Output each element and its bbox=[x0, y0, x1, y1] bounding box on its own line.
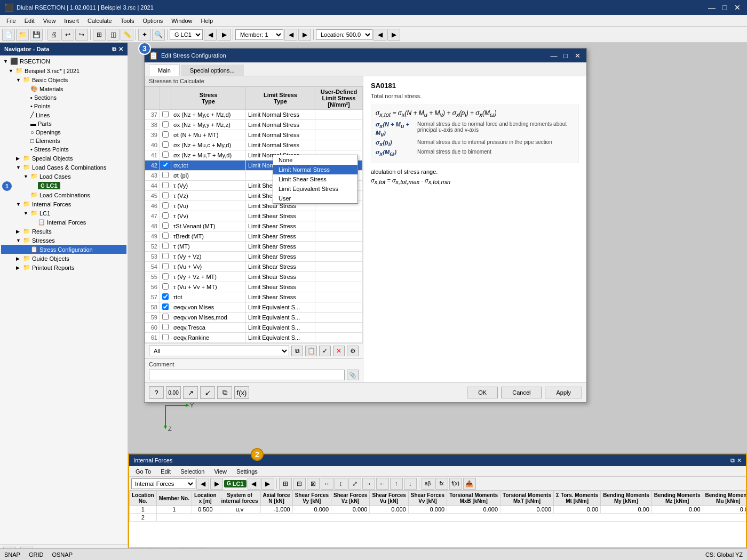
snap-btn[interactable]: ◫ bbox=[107, 29, 120, 41]
paste-btn[interactable]: 📋 bbox=[305, 346, 317, 356]
apply-button[interactable]: Apply bbox=[545, 387, 582, 398]
member-combo[interactable]: Member: 1 bbox=[235, 29, 283, 40]
nav-stress-config[interactable]: 📋 Stress Configuration bbox=[1, 245, 126, 254]
print-btn[interactable]: 🖨 bbox=[47, 29, 60, 41]
menu-view[interactable]: View bbox=[39, 17, 60, 25]
filter-combo[interactable]: All bbox=[149, 346, 289, 356]
delete-btn[interactable]: ✕ bbox=[333, 346, 345, 356]
prev-loc-btn[interactable]: ◀ bbox=[374, 29, 386, 41]
if-lc-next[interactable]: ▶ bbox=[261, 478, 274, 490]
tab-main[interactable]: Main bbox=[149, 65, 180, 76]
cell-check[interactable] bbox=[160, 191, 171, 201]
nav-results[interactable]: ▶ 📁 Results bbox=[1, 227, 126, 236]
settings-btn[interactable]: ⚙ bbox=[347, 346, 359, 356]
dropdown-limit-normal[interactable]: Limit Normal Stress bbox=[273, 165, 357, 174]
zoom-btn[interactable]: 🔍 bbox=[152, 29, 165, 41]
if-menu-edit[interactable]: Edit bbox=[156, 467, 175, 476]
redo-btn[interactable]: ↪ bbox=[75, 29, 88, 41]
nav-rsection[interactable]: ▼ ⬛ RSECTION bbox=[1, 57, 126, 66]
check-btn[interactable]: ✓ bbox=[319, 346, 331, 356]
menu-window[interactable]: Window bbox=[167, 17, 196, 25]
cell-check[interactable] bbox=[160, 130, 171, 140]
menu-tools[interactable]: Tools bbox=[116, 17, 139, 25]
if-prev-btn[interactable]: ◀ bbox=[196, 478, 209, 490]
nav-basic-objects[interactable]: ▼ 📁 Basic Objects bbox=[1, 75, 126, 84]
comment-attach-btn[interactable]: 📎 bbox=[347, 370, 359, 380]
nav-sections[interactable]: ▪ Sections bbox=[1, 93, 126, 102]
nav-openings[interactable]: ○ Openings bbox=[1, 128, 126, 137]
select-btn[interactable]: ✦ bbox=[138, 29, 151, 41]
nav-if-lc1[interactable]: ▼ 📁 LC1 bbox=[1, 209, 126, 218]
nav-lc1[interactable]: G LC1 1 bbox=[1, 181, 126, 190]
open-btn[interactable]: 📁 bbox=[16, 29, 29, 41]
dropdown-user[interactable]: User bbox=[273, 194, 357, 203]
next-lc-btn[interactable]: ▶ bbox=[218, 29, 231, 41]
cell-check[interactable] bbox=[160, 252, 171, 262]
cell-check[interactable] bbox=[160, 231, 171, 242]
cell-check[interactable] bbox=[160, 333, 171, 343]
location-combo[interactable]: Location: 500.0 bbox=[316, 29, 372, 40]
copy2-btn[interactable]: ⧉ bbox=[217, 386, 232, 399]
save-btn[interactable]: 💾 bbox=[30, 29, 43, 41]
formula-btn[interactable]: f(x) bbox=[234, 386, 249, 399]
dropdown-limit-shear[interactable]: Limit Shear Stress bbox=[273, 174, 357, 184]
cell-check[interactable] bbox=[160, 150, 171, 161]
if-export-btn[interactable]: 📤 bbox=[463, 478, 476, 490]
nav-internal-forces[interactable]: ▼ 📁 Internal Forces bbox=[1, 199, 126, 209]
dropdown-none[interactable]: None bbox=[273, 155, 357, 165]
cell-check[interactable] bbox=[160, 110, 171, 120]
nav-points[interactable]: • Points bbox=[1, 102, 126, 110]
cell-check[interactable] bbox=[160, 323, 171, 333]
limit-type-dropdown[interactable]: None Limit Normal Stress Limit Shear Str… bbox=[273, 155, 358, 204]
if-tb8[interactable]: ← bbox=[376, 478, 389, 490]
menu-help[interactable]: Help bbox=[196, 17, 217, 25]
nav-elements[interactable]: □ Elements bbox=[1, 137, 126, 145]
if-tb6[interactable]: ⤢ bbox=[348, 478, 361, 490]
close-btn[interactable]: ✕ bbox=[732, 3, 743, 12]
nav-stresses[interactable]: ▼ 📁 Stresses bbox=[1, 236, 126, 245]
dropdown-limit-equivalent[interactable]: Limit Equivalent Stress bbox=[273, 184, 357, 194]
minimize-btn[interactable]: — bbox=[706, 3, 717, 12]
cell-check[interactable] bbox=[160, 313, 171, 323]
nav-materials[interactable]: 🎨 Materials bbox=[1, 84, 126, 93]
if-tb2[interactable]: ⊟ bbox=[293, 478, 306, 490]
dialog-close-btn[interactable]: ✕ bbox=[573, 52, 582, 60]
if-tb7[interactable]: → bbox=[362, 478, 375, 490]
cell-check[interactable] bbox=[160, 292, 171, 302]
if-panel-combo[interactable]: Internal Forces bbox=[131, 478, 195, 489]
prev-member-btn[interactable]: ◀ bbox=[284, 29, 297, 41]
if-table-area[interactable]: LocationNo. Member No. Locationx [m] Sys… bbox=[129, 491, 746, 547]
if-fx2-btn[interactable]: f(x) bbox=[449, 478, 462, 490]
dialog-maximize-btn[interactable]: □ bbox=[561, 52, 570, 60]
cell-check[interactable] bbox=[160, 181, 171, 191]
if-menu-settings[interactable]: Settings bbox=[232, 467, 262, 476]
if-menu-selection[interactable]: Selection bbox=[176, 467, 209, 476]
cell-check[interactable] bbox=[160, 282, 171, 292]
cell-check[interactable] bbox=[160, 161, 171, 171]
cell-check[interactable] bbox=[160, 211, 171, 221]
lc-combo[interactable]: G LC1 bbox=[170, 29, 203, 40]
if-tb9[interactable]: ↑ bbox=[390, 478, 403, 490]
if-tb10[interactable]: ↓ bbox=[404, 478, 417, 490]
tab-special-options[interactable]: Special options... bbox=[181, 65, 244, 76]
nav-load-cases-folder[interactable]: ▼ 📁 Load Cases bbox=[1, 172, 126, 181]
menu-file[interactable]: File bbox=[2, 17, 20, 25]
prev-lc-btn[interactable]: ◀ bbox=[204, 29, 217, 41]
if-tb4[interactable]: ↔ bbox=[321, 478, 333, 490]
maximize-btn[interactable]: □ bbox=[719, 3, 730, 12]
cell-check[interactable] bbox=[160, 140, 171, 150]
nav-guide-objects[interactable]: ▶ 📁 Guide Objects bbox=[1, 254, 126, 263]
cell-check[interactable] bbox=[160, 302, 171, 313]
nav-stress-points[interactable]: • Stress Points bbox=[1, 145, 126, 154]
if-tb3[interactable]: ⊠ bbox=[307, 478, 320, 490]
nav-detach-btn[interactable]: ⧉ bbox=[112, 46, 116, 53]
if-tb1[interactable]: ⊞ bbox=[279, 478, 292, 490]
measure-btn[interactable]: 📏 bbox=[121, 29, 133, 41]
if-tb5[interactable]: ↕ bbox=[335, 478, 347, 490]
if-close-btn[interactable]: ✕ bbox=[737, 457, 742, 464]
if-menu-view[interactable]: View bbox=[210, 467, 231, 476]
menu-options[interactable]: Options bbox=[138, 17, 167, 25]
cancel-button[interactable]: Cancel bbox=[501, 387, 542, 398]
cell-check[interactable] bbox=[160, 171, 171, 181]
grid-btn[interactable]: ⊞ bbox=[93, 29, 106, 41]
